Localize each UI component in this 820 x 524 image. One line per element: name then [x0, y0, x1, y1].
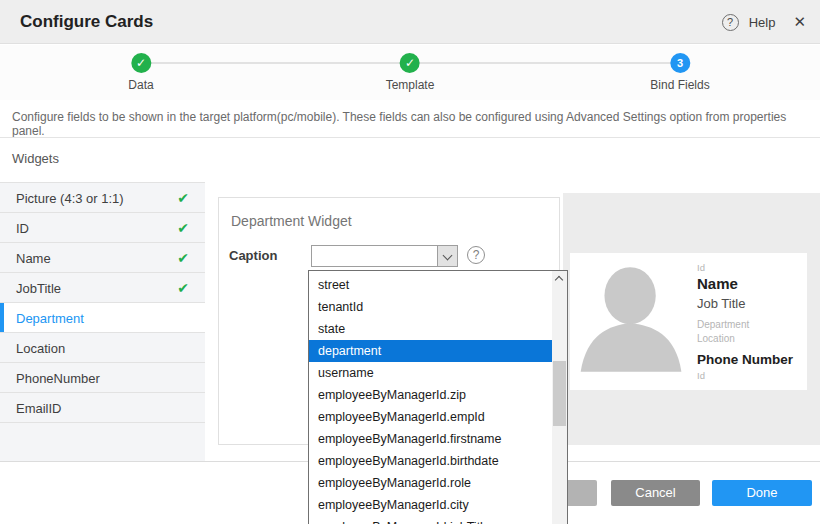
dropdown-scrollbar[interactable] — [552, 271, 567, 524]
selected-accent-bar — [0, 303, 4, 332]
card-field-id: Id — [697, 262, 705, 273]
sidebar-item-label: JobTitle — [16, 280, 61, 295]
dropdown-option[interactable]: employeeByManagerId.role — [309, 472, 552, 494]
dropdown-option[interactable]: username — [309, 362, 552, 384]
chevron-down-icon[interactable] — [437, 246, 457, 266]
caption-label: Caption — [229, 248, 277, 263]
step-label: Template — [386, 78, 435, 92]
panel-title: Department Widget — [231, 213, 352, 229]
help-button[interactable]: Help — [749, 15, 776, 30]
step-label: Data — [128, 78, 153, 92]
cancel-button[interactable]: Cancel — [611, 480, 700, 506]
sidebar-item-label: Picture (4:3 or 1:1) — [16, 190, 124, 205]
widget-list: Picture (4:3 or 1:1)✔ID✔Name✔JobTitle✔De… — [0, 182, 205, 461]
dropdown-option[interactable]: department — [309, 340, 552, 362]
sidebar-item-label: PhoneNumber — [16, 370, 100, 385]
check-icon: ✔ — [177, 280, 189, 296]
sidebar-item-label: Department — [16, 310, 84, 325]
dialog-title: Configure Cards — [20, 0, 153, 44]
step-done-check-icon: ✓ — [400, 53, 420, 73]
sidebar-item-picture-4-3-or-1-1[interactable]: Picture (4:3 or 1:1)✔ — [0, 183, 205, 213]
dropdown-option[interactable]: employeeByManagerId.city — [309, 494, 552, 516]
header-actions: ? Help ✕ — [722, 0, 806, 44]
sidebar-item-label: ID — [16, 220, 29, 235]
step-data[interactable]: ✓ Data — [128, 53, 153, 92]
card-field-id: Id — [697, 370, 705, 381]
dropdown-option[interactable]: tenantId — [309, 296, 552, 318]
dropdown-option[interactable]: employeeByManagerId.firstname — [309, 428, 552, 450]
caption-combobox[interactable] — [311, 245, 458, 267]
question-help-icon[interactable]: ? — [467, 246, 485, 264]
instruction-text: Configure fields to be shown in the targ… — [12, 110, 812, 138]
dropdown-option[interactable]: employeeByManagerId.zip — [309, 384, 552, 406]
dropdown-option[interactable]: employeeByManagerId.birthdate — [309, 450, 552, 472]
scrollbar-up-arrow-icon[interactable] — [552, 271, 567, 287]
scrollbar-thumb[interactable] — [553, 361, 566, 426]
step-label: Bind Fields — [650, 78, 709, 92]
divider — [0, 137, 820, 138]
step-done-check-icon: ✓ — [131, 53, 151, 73]
caption-dropdown-list: streettenantIdstatedepartmentusernameemp… — [308, 270, 568, 524]
card-field-location: Location — [697, 333, 735, 344]
stepper: ✓ Data ✓ Template 3 Bind Fields — [0, 45, 820, 100]
check-icon: ✔ — [177, 250, 189, 266]
card-field-job-title: Job Title — [697, 296, 745, 311]
sidebar-item-label: Location — [16, 340, 65, 355]
done-button[interactable]: Done — [712, 480, 812, 506]
sidebar-item-phonenumber[interactable]: PhoneNumber — [0, 363, 205, 393]
sidebar-item-location[interactable]: Location — [0, 333, 205, 363]
dropdown-option[interactable]: employeeByManagerId.empId — [309, 406, 552, 428]
dropdown-options: streettenantIdstatedepartmentusernameemp… — [309, 271, 552, 524]
sidebar-item-jobtitle[interactable]: JobTitle✔ — [0, 273, 205, 303]
sidebar-item-id[interactable]: ID✔ — [0, 213, 205, 243]
check-icon: ✔ — [177, 190, 189, 206]
card-preview-panel: Id Name Job Title Department Location Ph… — [563, 193, 820, 445]
sidebar-item-department[interactable]: Department — [0, 303, 205, 333]
sidebar-item-name[interactable]: Name✔ — [0, 243, 205, 273]
dialog-header: Configure Cards ? Help ✕ — [0, 0, 820, 44]
card-preview: Id Name Job Title Department Location Ph… — [570, 253, 807, 390]
card-field-phone: Phone Number — [697, 352, 793, 367]
step-bind-fields[interactable]: 3 Bind Fields — [650, 53, 709, 92]
dropdown-option[interactable]: employeeByManagerId.jobTitle — [309, 516, 552, 524]
card-field-name: Name — [697, 275, 738, 292]
check-icon: ✔ — [177, 220, 189, 236]
card-field-department: Department — [697, 319, 749, 330]
close-icon[interactable]: ✕ — [793, 13, 806, 31]
step-number-badge: 3 — [670, 53, 690, 73]
dropdown-option[interactable]: state — [309, 318, 552, 340]
dropdown-option[interactable]: street — [309, 274, 552, 296]
widgets-heading: Widgets — [12, 151, 59, 166]
configure-cards-dialog: Configure Cards ? Help ✕ ✓ Data ✓ Templa… — [0, 0, 820, 524]
sidebar-item-label: EmailID — [16, 400, 62, 415]
step-template[interactable]: ✓ Template — [386, 53, 435, 92]
sidebar-item-label: Name — [16, 250, 51, 265]
sidebar-item-emailid[interactable]: EmailID — [0, 393, 205, 423]
combobox-value — [312, 246, 437, 266]
help-icon[interactable]: ? — [722, 14, 739, 31]
avatar-silhouette-icon — [575, 261, 689, 373]
